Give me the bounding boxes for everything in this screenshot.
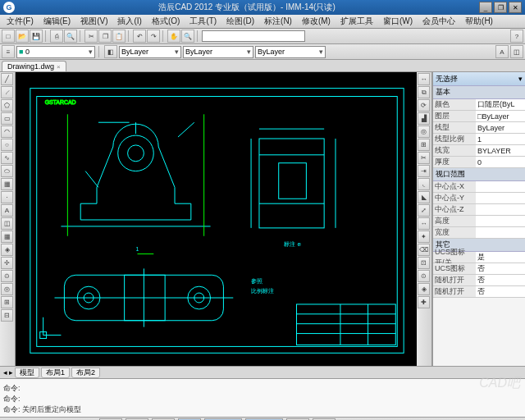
prop-sec-basic[interactable]: 基本: [433, 86, 525, 99]
title-bar: G 浩辰CAD 2012 专业版（试用版）- IMM-14(只读) _ ❐ ✕: [0, 0, 525, 15]
chamfer-icon[interactable]: ◣: [418, 191, 430, 203]
layer-toolbar: ≡ ■ 0 ◧ ByLayer ByLayer ByLayer A ◫: [0, 44, 525, 60]
cmd-history-1: 命令:: [3, 383, 522, 394]
print-icon[interactable]: ⎙: [50, 30, 63, 43]
command-search[interactable]: [202, 30, 305, 42]
preview-icon[interactable]: 🔍: [64, 30, 77, 43]
t3-icon[interactable]: ◎: [1, 283, 13, 295]
stretch-icon[interactable]: ↔: [418, 217, 430, 230]
menu-draw[interactable]: 绘图(D): [221, 15, 259, 28]
undo-icon[interactable]: ↶: [133, 30, 146, 43]
fillet-icon[interactable]: ◟: [418, 178, 430, 190]
tool-a-icon[interactable]: A: [495, 45, 509, 58]
tab-nav-right-icon[interactable]: ▸: [9, 368, 13, 377]
mirror-icon[interactable]: ▟: [418, 112, 430, 125]
status-bar: 128.0035, 131.7365, 0.0000 捕捉 栅格 正交 极轴 对…: [0, 417, 525, 420]
redo-icon[interactable]: ↷: [147, 30, 160, 43]
ellipse-icon[interactable]: ⬭: [1, 165, 13, 177]
trim-icon[interactable]: ✂: [418, 152, 430, 164]
tab-layout1[interactable]: 布局1: [41, 368, 70, 378]
copy-icon[interactable]: ❐: [98, 30, 112, 43]
minimize-button[interactable]: _: [479, 2, 492, 13]
drawing-canvas[interactable]: 标注 ⊕ 1 参照 比例标注: [16, 72, 417, 366]
workspace: ╱ ⟋ ⬠ ▭ ◠ ○ ∿ ⬭ ▦ · A ◫ ▦ ◈ ✢ ⊙ ◎ ⊞ ⊟: [0, 72, 525, 366]
move-icon[interactable]: ↔: [418, 73, 430, 85]
t2-icon[interactable]: ⊙: [1, 270, 13, 282]
rect-icon[interactable]: ▭: [1, 112, 13, 125]
close-tab-icon[interactable]: ×: [57, 63, 61, 71]
lineweight-combo[interactable]: ByLayer: [255, 46, 326, 58]
svg-rect-0: [30, 89, 404, 354]
polyline-icon[interactable]: ⟋: [1, 86, 13, 98]
menu-edit[interactable]: 编辑(E): [39, 15, 75, 28]
menu-help[interactable]: 帮助(H): [460, 15, 498, 28]
maximize-button[interactable]: ❐: [494, 2, 507, 13]
prop-header[interactable]: 无选择: [433, 72, 525, 86]
color-combo[interactable]: ByLayer: [119, 46, 181, 58]
menu-window[interactable]: 窗口(W): [378, 15, 418, 28]
rotate-icon[interactable]: ⟳: [418, 99, 430, 112]
command-line[interactable]: 命令: 命令: 命令: 关闭后重定向模型: [0, 378, 525, 417]
region-icon[interactable]: ◈: [1, 244, 13, 256]
explode-icon[interactable]: ✦: [418, 231, 430, 243]
save-icon[interactable]: 💾: [30, 30, 43, 43]
tool-b-icon[interactable]: ◫: [510, 45, 523, 58]
m1-icon[interactable]: ⊡: [418, 257, 430, 269]
m3-icon[interactable]: ◈: [418, 283, 430, 295]
polygon-icon[interactable]: ⬠: [1, 99, 13, 112]
prop-sec-view[interactable]: 视口范围: [433, 168, 525, 181]
cut-icon[interactable]: ✂: [84, 30, 98, 43]
color-icon[interactable]: ◧: [104, 45, 117, 58]
line-icon[interactable]: ╱: [1, 73, 13, 85]
menu-dim[interactable]: 标注(N): [259, 15, 297, 28]
menu-ext[interactable]: 扩展工具: [336, 15, 378, 28]
text-icon[interactable]: A: [1, 204, 13, 217]
new-icon[interactable]: □: [2, 30, 15, 43]
t4-icon[interactable]: ⊞: [1, 296, 13, 308]
modify-toolbar: ↔ ⧉ ⟳ ▟ ◎ ⊞ ✂ ⇥ ◟ ◣ ⤢ ↔ ✦ ⌫ ⊡ ⊙ ◈ ✚: [417, 72, 432, 366]
extend-icon[interactable]: ⇥: [418, 165, 430, 177]
menu-tools[interactable]: 工具(T): [185, 15, 221, 28]
menu-modify[interactable]: 修改(M): [297, 15, 336, 28]
scale-icon[interactable]: ⤢: [418, 204, 430, 217]
linetype-combo[interactable]: ByLayer: [183, 46, 253, 58]
pan-icon[interactable]: ✋: [167, 30, 180, 43]
erase-icon[interactable]: ⌫: [418, 244, 430, 256]
offset-icon[interactable]: ◎: [418, 126, 430, 138]
svg-rect-20: [279, 163, 307, 199]
circle-icon[interactable]: ○: [1, 139, 13, 151]
svg-rect-2: [296, 304, 395, 345]
table-icon[interactable]: ▦: [1, 231, 13, 243]
layer-manager-icon[interactable]: ≡: [2, 45, 15, 58]
paste-icon[interactable]: 📋: [112, 30, 126, 43]
open-icon[interactable]: 📂: [16, 30, 29, 43]
arc-icon[interactable]: ◠: [1, 126, 13, 138]
menu-view[interactable]: 视图(V): [75, 15, 112, 28]
document-tabs: Drawing1.dwg×: [0, 60, 525, 72]
svg-text:标注 ⊕: 标注 ⊕: [283, 241, 302, 247]
copy2-icon[interactable]: ⧉: [418, 86, 430, 98]
array-icon[interactable]: ⊞: [418, 139, 430, 151]
point-icon[interactable]: ·: [1, 191, 13, 203]
spline-icon[interactable]: ∿: [1, 152, 13, 164]
t5-icon[interactable]: ⊟: [1, 309, 13, 322]
close-button[interactable]: ✕: [509, 2, 522, 13]
layer-combo[interactable]: ■ 0: [16, 46, 95, 58]
m4-icon[interactable]: ✚: [418, 296, 430, 308]
zoom-icon[interactable]: 🔍: [181, 30, 194, 43]
menu-format[interactable]: 格式(O): [147, 15, 185, 28]
menu-member[interactable]: 会员中心: [418, 15, 460, 28]
tab-nav-left-icon[interactable]: ◂: [3, 368, 7, 377]
t1-icon[interactable]: ✢: [1, 257, 13, 269]
prop-blank: [433, 298, 525, 366]
tab-layout2[interactable]: 布局2: [71, 368, 100, 378]
cad-drawing: 标注 ⊕ 1 参照 比例标注: [16, 72, 417, 366]
doc-tab[interactable]: Drawing1.dwg×: [2, 61, 66, 71]
m2-icon[interactable]: ⊙: [418, 270, 430, 282]
hatch-icon[interactable]: ▦: [1, 178, 13, 190]
tab-model[interactable]: 模型: [15, 368, 39, 378]
menu-insert[interactable]: 插入(I): [112, 15, 146, 28]
block-icon[interactable]: ◫: [1, 217, 13, 230]
menu-file[interactable]: 文件(F): [2, 15, 39, 28]
help-icon[interactable]: ?: [510, 30, 523, 43]
